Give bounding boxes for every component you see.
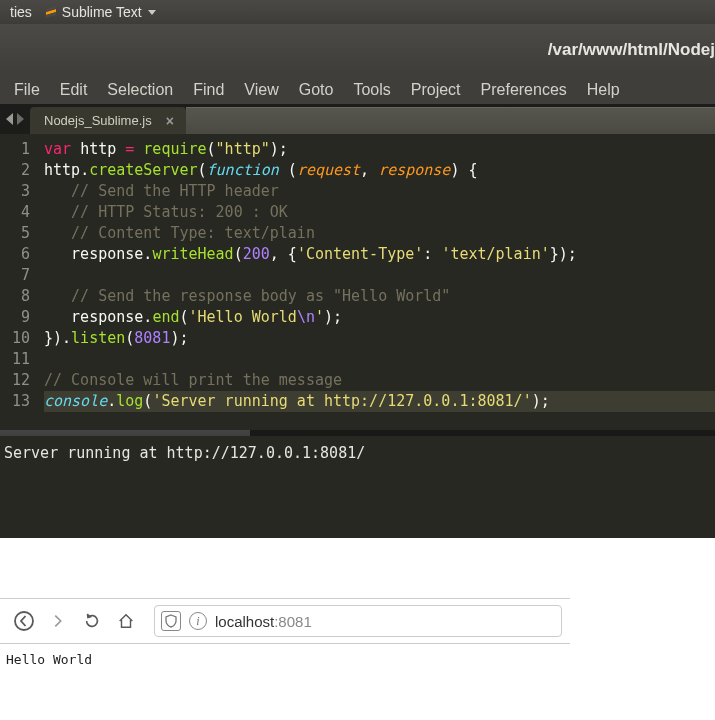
line-number: 11 bbox=[0, 349, 30, 370]
menu-preferences[interactable]: Preferences bbox=[471, 78, 577, 102]
tab-strip-empty bbox=[186, 107, 715, 134]
browser-toolbar: i localhost:8081 bbox=[0, 598, 570, 644]
sublime-text-icon bbox=[44, 5, 58, 19]
file-tab-label: Nodejs_Sublime.js bbox=[44, 113, 152, 128]
build-output-panel[interactable]: Server running at http://127.0.0.1:8081/ bbox=[0, 436, 715, 538]
menu-help[interactable]: Help bbox=[577, 78, 630, 102]
chevron-down-icon bbox=[148, 10, 156, 15]
topbar-cut-label: ties bbox=[10, 4, 32, 20]
window-title-path: /var/www/html/Nodej bbox=[548, 40, 715, 60]
code-area[interactable]: var http = require("http"); http.createS… bbox=[40, 134, 715, 430]
line-number: 12 bbox=[0, 370, 30, 391]
code-line[interactable]: response.writeHead(200, {'Content-Type':… bbox=[44, 245, 577, 263]
menu-project[interactable]: Project bbox=[401, 78, 471, 102]
line-number: 9 bbox=[0, 307, 30, 328]
page-body-text: Hello World bbox=[6, 652, 92, 667]
code-editor[interactable]: 12345678910111213 var http = require("ht… bbox=[0, 134, 715, 430]
url-text: localhost:8081 bbox=[215, 613, 312, 630]
browser-viewport: Hello World bbox=[0, 644, 715, 675]
code-line[interactable]: }).listen(8081); bbox=[44, 329, 189, 347]
desktop-top-bar: ties Sublime Text bbox=[0, 0, 715, 24]
line-number: 8 bbox=[0, 286, 30, 307]
whitespace-gap bbox=[0, 538, 715, 598]
line-number: 4 bbox=[0, 202, 30, 223]
code-line[interactable]: // Send the response body as "Hello Worl… bbox=[44, 287, 450, 305]
code-line[interactable]: response.end('Hello World\n'); bbox=[44, 308, 342, 326]
code-line[interactable]: var http = require("http"); bbox=[44, 140, 288, 158]
menu-tools[interactable]: Tools bbox=[343, 78, 400, 102]
topbar-item-activities[interactable]: ties bbox=[4, 4, 38, 20]
topbar-item-app[interactable]: Sublime Text bbox=[38, 4, 162, 20]
topbar-app-label: Sublime Text bbox=[62, 4, 142, 20]
menu-edit[interactable]: Edit bbox=[50, 78, 98, 102]
line-number: 10 bbox=[0, 328, 30, 349]
tracking-shield-icon[interactable] bbox=[161, 611, 181, 631]
menu-goto[interactable]: Goto bbox=[289, 78, 344, 102]
code-line[interactable]: // Content Type: text/plain bbox=[44, 224, 315, 242]
code-line[interactable]: console.log('Server running at http://12… bbox=[44, 391, 715, 412]
line-number: 5 bbox=[0, 223, 30, 244]
close-icon[interactable]: × bbox=[166, 113, 174, 129]
line-number: 2 bbox=[0, 160, 30, 181]
code-line[interactable]: // HTTP Status: 200 : OK bbox=[44, 203, 288, 221]
window-title-bar: /var/www/html/Nodej bbox=[0, 24, 715, 76]
menu-view[interactable]: View bbox=[234, 78, 288, 102]
tab-strip: Nodejs_Sublime.js × bbox=[0, 104, 715, 134]
menu-find[interactable]: Find bbox=[183, 78, 234, 102]
address-bar[interactable]: i localhost:8081 bbox=[154, 605, 562, 637]
tab-next-icon[interactable] bbox=[17, 113, 24, 125]
tab-nav-arrows bbox=[0, 104, 30, 134]
code-line[interactable]: http.createServer(function (request, res… bbox=[44, 161, 478, 179]
menu-selection[interactable]: Selection bbox=[97, 78, 183, 102]
line-number: 1 bbox=[0, 139, 30, 160]
line-number: 13 bbox=[0, 391, 30, 412]
line-number: 6 bbox=[0, 244, 30, 265]
browser-reload-button[interactable] bbox=[76, 605, 108, 637]
line-number: 7 bbox=[0, 265, 30, 286]
line-number-gutter: 12345678910111213 bbox=[0, 134, 40, 430]
console-text: Server running at http://127.0.0.1:8081/ bbox=[4, 444, 365, 462]
file-tab[interactable]: Nodejs_Sublime.js × bbox=[30, 107, 186, 134]
code-line[interactable]: // Console will print the message bbox=[44, 371, 342, 389]
line-number: 3 bbox=[0, 181, 30, 202]
site-info-icon[interactable]: i bbox=[189, 612, 207, 630]
menu-bar: FileEditSelectionFindViewGotoToolsProjec… bbox=[0, 76, 715, 104]
code-line[interactable]: // Send the HTTP header bbox=[44, 182, 279, 200]
browser-back-button[interactable] bbox=[8, 605, 40, 637]
svg-point-0 bbox=[15, 612, 33, 630]
browser-forward-button[interactable] bbox=[42, 605, 74, 637]
tab-prev-icon[interactable] bbox=[6, 113, 13, 125]
browser-home-button[interactable] bbox=[110, 605, 142, 637]
menu-file[interactable]: File bbox=[4, 78, 50, 102]
